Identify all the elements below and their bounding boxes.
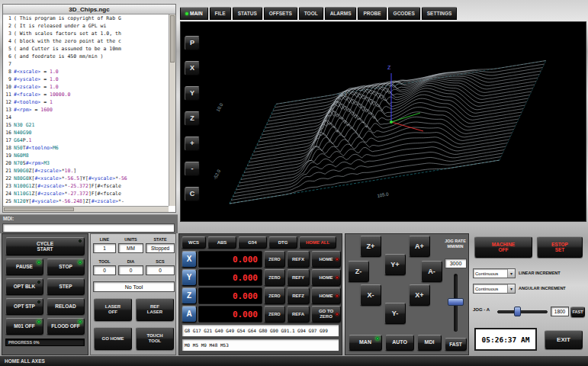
man-mode-button[interactable]: MAN: [349, 335, 382, 351]
editor-horizontal-scrollbar[interactable]: [3, 206, 169, 212]
jog-a-minus-button[interactable]: A-: [421, 261, 442, 282]
zero-x-button[interactable]: ZERO: [264, 251, 285, 268]
backplot-view[interactable]: 10.038.1-52.0105.0Z PXYZ+-C: [180, 21, 586, 222]
tab-settings[interactable]: SETTINGS: [422, 7, 458, 20]
jog-rate-slider-thumb[interactable]: [448, 298, 464, 306]
jog-a-fast-button[interactable]: FAST: [570, 307, 585, 317]
dro-header-home-all[interactable]: HOME ALL: [299, 236, 336, 249]
mdi-mode-button[interactable]: MDI: [417, 335, 442, 351]
laser-off-button[interactable]: LASER OFF: [94, 298, 132, 321]
machine-off-button[interactable]: MACHINE OFF: [474, 236, 532, 258]
step-button[interactable]: STEP: [47, 278, 85, 295]
line-number: 22: [3, 175, 14, 182]
jog-y-minus-button[interactable]: Y-: [384, 303, 406, 324]
jog-z-plus-button[interactable]: Z+: [360, 236, 381, 257]
go-home-button[interactable]: GO HOME: [94, 327, 132, 350]
scrollbar-thumb[interactable]: [4, 207, 74, 211]
mode-buttons: MANAUTOMDI: [345, 335, 445, 351]
angular-increment-select[interactable]: Continuous ▾: [473, 284, 516, 294]
touch-tool-button[interactable]: TOUCH TOOL: [136, 327, 174, 350]
dro-header-dtg[interactable]: DTG: [268, 236, 297, 249]
linear-increment-select[interactable]: Continuous ▾: [473, 268, 516, 278]
button-label: HOME: [320, 275, 333, 281]
dro-display-x: 0.000: [198, 251, 262, 268]
ref-a-button[interactable]: REFA: [287, 306, 310, 323]
home-z-button[interactable]: HOME: [311, 287, 341, 304]
ref-x-button[interactable]: REFX: [287, 251, 310, 268]
mdi-input[interactable]: [2, 223, 175, 233]
jog-a-plus-button[interactable]: A+: [409, 236, 430, 257]
jog-x-minus-button[interactable]: X-: [360, 284, 381, 306]
led-indicator: [336, 313, 339, 316]
dro-header-wcs[interactable]: WCS: [182, 236, 206, 249]
jog-y-plus-button[interactable]: Y+: [384, 254, 406, 275]
scrollbar-thumb[interactable]: [170, 15, 175, 63]
tab-gcodes[interactable]: GCODES: [388, 7, 420, 20]
estop-button[interactable]: ESTOP SET: [537, 236, 583, 258]
ref-z-button[interactable]: REFZ: [287, 287, 310, 304]
jog-x-plus-button[interactable]: X+: [409, 284, 430, 306]
view-button-x[interactable]: X: [185, 61, 200, 75]
axis-button-a[interactable]: A: [182, 306, 197, 323]
axis-button-z[interactable]: Z: [182, 287, 197, 304]
view-button-p[interactable]: P: [185, 36, 200, 50]
button-label: OPT BLK: [14, 284, 36, 289]
reload-button[interactable]: RELOAD: [47, 298, 85, 315]
axis-button-y[interactable]: Y: [182, 269, 197, 286]
stop-button[interactable]: STOP: [47, 258, 85, 275]
button-label: AUTO: [392, 339, 407, 345]
view-button-z[interactable]: Z: [185, 111, 200, 126]
jog-fast-button[interactable]: FAST: [445, 338, 467, 351]
tab-status[interactable]: STATUS: [233, 7, 262, 20]
auto-mode-button[interactable]: AUTO: [385, 335, 414, 351]
zero-z-button[interactable]: ZERO: [264, 287, 285, 304]
editor-vertical-scrollbar[interactable]: [169, 14, 175, 206]
m01-off-button[interactable]: M01 OFF: [5, 318, 43, 335]
exit-button[interactable]: EXIT: [545, 330, 583, 349]
line-code: #<yscale> = 1.0: [14, 75, 169, 83]
progress-bar: PROGRESS 0%: [5, 339, 85, 346]
tab-main[interactable]: MAIN: [180, 7, 208, 20]
tab-file[interactable]: FILE: [210, 7, 231, 20]
gcode-line: 21N90G0Z[#<zscale>*10.]: [3, 167, 169, 175]
backplot-svg: 10.038.1-52.0105.0Z: [181, 22, 587, 223]
home-y-button[interactable]: HOME: [311, 269, 341, 286]
opt-blk-button[interactable]: OPT BLK: [5, 278, 43, 295]
view-button-y[interactable]: Y: [185, 86, 200, 101]
zero-a-button[interactable]: ZERO: [264, 306, 285, 323]
axis-button-x[interactable]: X: [182, 251, 197, 268]
tab-probe[interactable]: PROBE: [358, 7, 386, 20]
cycle-start-button[interactable]: CYCLE START: [5, 237, 85, 255]
line-number: 9: [3, 75, 14, 83]
jog-a-slider-track[interactable]: [497, 310, 548, 313]
view-control-buttons: PXYZ+-C: [185, 36, 200, 201]
jog-z-minus-button[interactable]: Z-: [348, 261, 369, 282]
view-button-c[interactable]: C: [185, 187, 200, 201]
dro-header-g54[interactable]: G54: [238, 236, 267, 249]
button-label: GO TO ZERO: [317, 309, 336, 319]
view-button-zoom-in[interactable]: +: [185, 136, 200, 151]
gcode-editor[interactable]: 1( This program is copyright of Rab G2( …: [3, 14, 169, 206]
line-number: 20: [3, 159, 14, 167]
home-x-button[interactable]: HOME: [311, 251, 341, 268]
led-indicator: [79, 320, 82, 323]
pause-button[interactable]: PAUSE: [5, 258, 43, 275]
units-header: UNITS: [118, 237, 143, 242]
tab-tool[interactable]: TOOL: [299, 7, 323, 20]
tab-offsets[interactable]: OFFSETS: [264, 7, 297, 20]
line-code: ( This program is copyright of Rab G: [14, 14, 169, 22]
dro-header-abs[interactable]: ABS: [207, 236, 236, 249]
chevron-down-icon: ▾: [507, 269, 515, 278]
home-a-button[interactable]: GO TO ZERO: [311, 306, 341, 323]
ref-laser-button[interactable]: REF LASER: [136, 298, 174, 321]
flood-off-button[interactable]: FLOOD OFF: [47, 318, 85, 335]
line-code: #<xscale> = 1.0: [14, 68, 169, 75]
zero-y-button[interactable]: ZERO: [264, 269, 285, 286]
opt-stp-button[interactable]: OPT STP: [5, 298, 43, 315]
jog-a-slider-thumb[interactable]: [514, 307, 521, 316]
jog-a-value: 1800: [551, 307, 569, 316]
gcode-line: 7: [3, 60, 169, 68]
view-button-zoom-out[interactable]: -: [185, 162, 200, 176]
tab-alarms[interactable]: ALARMS: [325, 7, 357, 20]
ref-y-button[interactable]: REFY: [287, 269, 310, 286]
